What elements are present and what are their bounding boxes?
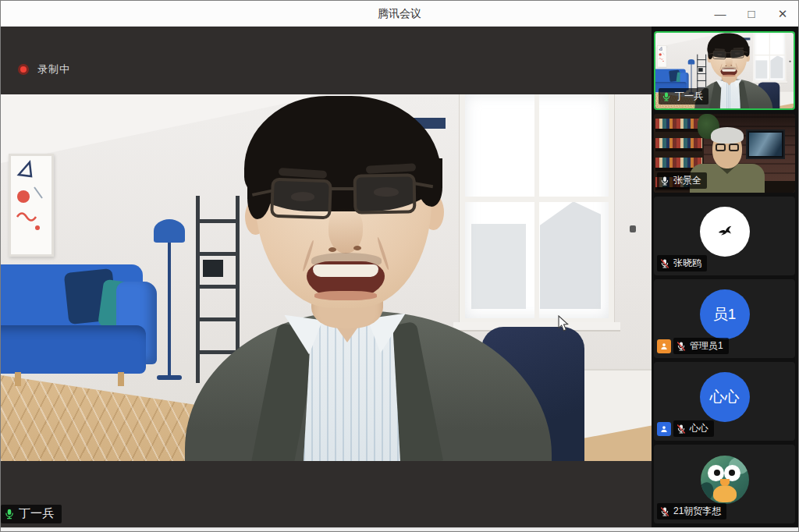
main-name-tag: 丁一兵 <box>1 505 62 523</box>
speaker-person <box>1 94 652 461</box>
mic-muted-icon <box>659 258 670 269</box>
glasses-lens <box>270 178 332 220</box>
glasses-lens <box>730 50 744 59</box>
lower-lip <box>723 75 736 77</box>
tv-screen <box>746 129 785 159</box>
avatar <box>700 207 750 257</box>
participant-tile-zhangxiaoou[interactable]: 张晓鸥 <box>654 197 795 275</box>
member-badge-icon <box>657 422 671 436</box>
mic-active-icon <box>3 508 16 520</box>
participant-name: 张晓鸥 <box>673 257 701 270</box>
recording-indicator: 录制中 <box>18 62 70 76</box>
glasses-lens <box>713 51 726 59</box>
mic-active-icon <box>661 91 672 102</box>
cartoon-owl-avatar <box>701 456 749 504</box>
window-bottom-frame <box>1 527 798 531</box>
participant-tile-zhangjingquan[interactable]: 张景全 <box>654 114 795 193</box>
participants-sidebar: 丁一兵 <box>652 27 798 527</box>
mic-on-icon <box>659 176 670 186</box>
participant-name-tag: 心心 <box>657 420 714 437</box>
app-window: 腾讯会议 — □ ✕ 录制中 <box>0 0 799 532</box>
avatar-initials: 心心 <box>710 387 740 407</box>
participant-name-tag: 张景全 <box>657 172 707 189</box>
main-speaker-name: 丁一兵 <box>19 506 54 521</box>
glasses-lens <box>353 173 417 214</box>
participant-name: 管理员1 <box>690 339 723 353</box>
avatar: 员1 <box>700 289 750 339</box>
window-title: 腾讯会议 <box>1 7 798 21</box>
teeth <box>313 264 378 277</box>
participant-tile-lixiang[interactable]: 21朝贸李想 <box>654 445 795 523</box>
participant-tile-dingyibing[interactable]: 丁一兵 <box>654 31 795 110</box>
participant-tile-xinxin[interactable]: 心心 心心 <box>654 362 795 441</box>
host-badge-icon <box>657 339 671 353</box>
participant-name-tag: 张晓鸥 <box>657 255 707 271</box>
desk <box>762 181 795 193</box>
glasses-bridge <box>329 187 356 190</box>
participant-name: 丁一兵 <box>675 90 703 103</box>
room-scene <box>1 94 652 461</box>
participant-name: 张景全 <box>673 174 701 187</box>
title-bar[interactable]: 腾讯会议 — □ ✕ <box>1 1 798 27</box>
lower-lip <box>314 291 377 300</box>
meeting-content: 录制中 <box>1 27 798 527</box>
bird-icon <box>716 223 733 240</box>
maximize-button[interactable]: □ <box>736 1 767 27</box>
mic-muted-icon <box>659 506 670 517</box>
avatar-initials: 员1 <box>713 304 737 325</box>
recording-dot-icon <box>18 64 29 75</box>
glasses-lens <box>729 144 739 151</box>
participant-tile-guanliyuan1[interactable]: 员1 管理员1 <box>654 279 795 358</box>
close-button[interactable]: ✕ <box>767 1 798 27</box>
mic-muted-icon <box>676 341 687 352</box>
avatar: 心心 <box>700 372 750 422</box>
cursor-icon <box>558 315 570 332</box>
glasses-lens <box>716 144 726 151</box>
mic-muted-icon <box>676 424 687 434</box>
participant-name: 心心 <box>690 422 708 435</box>
participant-name-tag: 管理员1 <box>657 338 729 354</box>
recording-label: 录制中 <box>37 62 70 76</box>
main-video-tile[interactable]: 录制中 <box>1 27 652 527</box>
main-video-frame <box>1 94 652 461</box>
glasses-bridge <box>726 52 731 53</box>
participant-name-tag: 21朝贸李想 <box>657 503 726 520</box>
gray-hair <box>711 127 744 144</box>
teeth <box>722 69 736 71</box>
minimize-button[interactable]: — <box>705 1 736 27</box>
participant-name: 21朝贸李想 <box>673 505 721 518</box>
participant-name-tag: 丁一兵 <box>659 88 708 105</box>
